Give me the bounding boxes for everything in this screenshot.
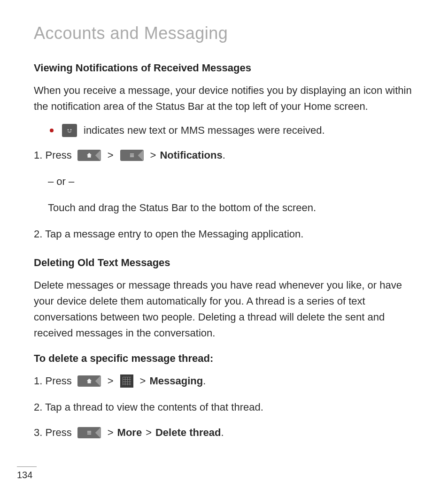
svg-rect-3 bbox=[130, 155, 133, 156]
more-label: More bbox=[117, 425, 142, 441]
chevron-right-icon: > bbox=[108, 373, 114, 389]
svg-rect-6 bbox=[87, 433, 91, 433]
bullet-message-icon: indicates new text or MMS messages were … bbox=[50, 124, 420, 137]
section-heading-deleting: Deleting Old Text Messages bbox=[34, 257, 420, 269]
document-page: Accounts and Messaging Viewing Notificat… bbox=[0, 0, 448, 441]
step-2-tap-thread: 2. Tap a thread to view the contents of … bbox=[34, 399, 420, 415]
subheading-delete-thread: To delete a specific message thread: bbox=[34, 352, 420, 365]
chevron-right-icon: > bbox=[108, 425, 114, 441]
svg-rect-5 bbox=[87, 431, 91, 432]
menu-button-icon bbox=[120, 150, 144, 161]
bullet-dot-icon bbox=[50, 129, 54, 132]
intro-paragraph-1: When you receive a message, your device … bbox=[34, 83, 420, 115]
intro-paragraph-2: Delete messages or message threads you h… bbox=[34, 277, 420, 341]
step-3-press-more-delete: 3. Press > More > Delete thread. bbox=[34, 425, 420, 441]
chevron-right-icon: > bbox=[108, 147, 114, 163]
messaging-label: Messaging bbox=[149, 373, 203, 389]
step-2-tap-message: 2. Tap a message entry to open the Messa… bbox=[34, 226, 420, 242]
chevron-right-icon: > bbox=[150, 147, 156, 163]
bullet-text: indicates new text or MMS messages were … bbox=[84, 124, 325, 137]
or-divider: – or – bbox=[48, 174, 420, 190]
message-notification-icon bbox=[62, 124, 77, 137]
home-button-icon bbox=[77, 375, 101, 387]
svg-rect-4 bbox=[130, 157, 133, 157]
svg-point-1 bbox=[70, 129, 72, 130]
period: . bbox=[223, 147, 225, 163]
home-button-icon bbox=[77, 150, 101, 161]
notifications-label: Notifications bbox=[160, 147, 222, 163]
apps-grid-icon bbox=[120, 374, 133, 388]
step-1-press-messaging: 1. Press > > Messaging. bbox=[34, 373, 420, 389]
step-prefix: 3. Press bbox=[34, 425, 72, 441]
page-number: 134 bbox=[17, 466, 37, 481]
period: . bbox=[203, 373, 206, 389]
chevron-right-icon: > bbox=[146, 425, 152, 441]
svg-rect-7 bbox=[87, 434, 91, 435]
delete-thread-label: Delete thread bbox=[155, 425, 221, 441]
page-title: Accounts and Messaging bbox=[34, 23, 420, 43]
chevron-right-icon: > bbox=[140, 373, 146, 389]
step-prefix: 1. Press bbox=[34, 147, 72, 163]
svg-point-0 bbox=[68, 129, 69, 130]
section-heading-viewing: Viewing Notifications of Received Messag… bbox=[34, 62, 420, 74]
or-instruction: Touch and drag the Status Bar to the bot… bbox=[48, 200, 420, 216]
step-prefix: 1. Press bbox=[34, 373, 72, 389]
step-1-press-notifications: 1. Press > > Notifications. bbox=[34, 147, 420, 163]
svg-rect-2 bbox=[130, 154, 133, 154]
menu-button-icon bbox=[77, 427, 101, 438]
period: . bbox=[221, 425, 224, 441]
